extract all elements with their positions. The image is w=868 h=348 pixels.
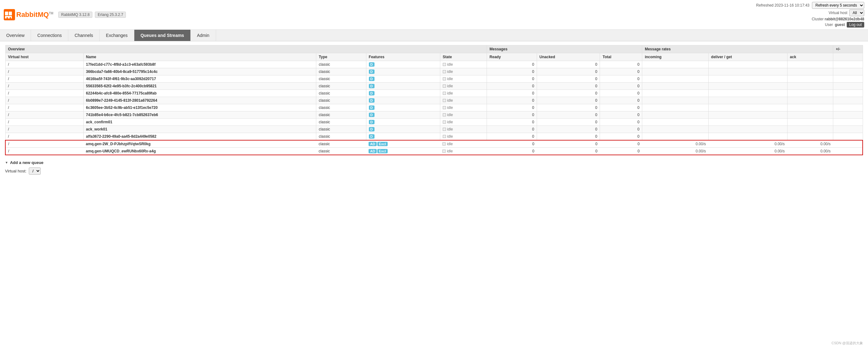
cell-name[interactable]: 6b0899e7-2249-4145-813f-2801a6792264: [83, 97, 316, 104]
cell-incoming: [642, 68, 709, 75]
erlang-version-badge: Erlang 25.3.2.7: [95, 11, 126, 18]
logo-tm: TM: [49, 11, 53, 15]
cell-type: classic: [316, 112, 366, 119]
col-spacer: [833, 53, 863, 61]
cell-features: D: [366, 90, 440, 97]
cell-vhost: /: [5, 97, 83, 104]
cell-incoming: [642, 119, 709, 126]
cell-name[interactable]: 55633565-62f2-4e95-b3fc-2c400cb95821: [83, 83, 316, 90]
cell-spacer: [833, 126, 863, 133]
cell-name[interactable]: 6c3605ee-3b52-4c9b-ab51-e13f1ec5e720: [83, 104, 316, 112]
table-row[interactable]: / 55633565-62f2-4e95-b3fc-2c400cb95821 c…: [5, 83, 863, 90]
cell-spacer: [833, 148, 863, 155]
col-type: Type: [316, 53, 366, 61]
tab-channels[interactable]: Channels: [68, 30, 100, 41]
cell-name[interactable]: 62244b4c-afc8-480e-8554-77175ca89fab: [83, 90, 316, 97]
cell-name[interactable]: ack_confirm01: [83, 119, 316, 126]
table-row[interactable]: / 366bcda7-fa66-40b4-8ca9-517795c14c4c c…: [5, 68, 863, 75]
cell-unacked: 0: [537, 119, 600, 126]
cell-ack: [787, 133, 833, 140]
state-idle: idle: [442, 142, 484, 146]
table-row[interactable]: / affa3672-2290-49a0-aa45-8d2a449e0582 c…: [5, 133, 863, 140]
message-rates-group-header: Message rates: [642, 45, 833, 53]
table-row[interactable]: / ack_confirm01 classic D idle 0 0 0: [5, 119, 863, 126]
tab-overview[interactable]: Overview: [0, 30, 31, 41]
state-idle: idle: [443, 84, 484, 88]
cell-name[interactable]: 741b85e4-b6ce-4fc5-b821-7cb852637eb6: [83, 112, 316, 119]
state-idle: idle: [443, 69, 484, 74]
cell-name[interactable]: 17fed1dd-c77c-4f8d-a1c3-e63afc593b8f: [83, 61, 316, 68]
plus-minus-header[interactable]: +/-: [833, 45, 863, 53]
cluster-row: Cluster rabbit@882610e2db48: [812, 17, 864, 21]
cell-deliver-get: 0.00/s: [708, 148, 787, 155]
cell-name[interactable]: amq.gen-UMUQCD_ewRUNbx60Rx-a4g: [83, 148, 316, 155]
cell-name[interactable]: 366bcda7-fa66-40b4-8ca9-517795c14c4c: [83, 68, 316, 75]
cell-unacked: 0: [537, 97, 600, 104]
table-row[interactable]: / amq.gen-UMUQCD_ewRUNbx60Rx-a4g classic…: [5, 148, 863, 155]
cell-type: classic: [316, 90, 366, 97]
add-queue-toggle[interactable]: ▼ Add a new queue: [5, 160, 863, 165]
cell-type: classic: [316, 148, 366, 155]
cell-state: idle: [440, 112, 487, 119]
cell-features: D: [366, 75, 440, 83]
state-dot-icon: [443, 99, 446, 102]
cell-vhost: /: [5, 61, 83, 68]
cell-ack: [787, 75, 833, 83]
col-deliver-get: deliver / get: [708, 53, 787, 61]
cell-total: 0: [600, 83, 642, 90]
cell-name[interactable]: 4616ba5f-743f-4f61-9b3c-aa3092d20717: [83, 75, 316, 83]
table-row[interactable]: / 6b0899e7-2249-4145-813f-2801a6792264 c…: [5, 97, 863, 104]
tab-exchanges[interactable]: Exchanges: [100, 30, 134, 41]
table-row[interactable]: / amq.gen-2W_D-PJbhzpIfVqtwSR0kg classic…: [5, 140, 863, 148]
refresh-row: Refreshed 2023-11-16 10:17:43 Refresh ev…: [756, 2, 864, 9]
cell-vhost: /: [5, 126, 83, 133]
cell-vhost: /: [5, 112, 83, 119]
refreshed-label: Refreshed 2023-11-16 10:17:43: [756, 3, 809, 7]
tab-connections[interactable]: Connections: [31, 30, 68, 41]
state-dot-icon: [442, 143, 445, 146]
cell-unacked: 0: [537, 68, 600, 75]
vhost-select[interactable]: All: [849, 9, 864, 16]
col-unacked: Unacked: [537, 53, 600, 61]
table-row[interactable]: / 741b85e4-b6ce-4fc5-b821-7cb852637eb6 c…: [5, 112, 863, 119]
col-ack: ack: [787, 53, 833, 61]
cell-incoming: [642, 97, 709, 104]
cell-name[interactable]: ack_work01: [83, 126, 316, 133]
state-idle: idle: [442, 149, 484, 153]
table-row[interactable]: / 62244b4c-afc8-480e-8554-77175ca89fab c…: [5, 90, 863, 97]
refresh-select[interactable]: Refresh every 5 seconds: [812, 2, 864, 9]
feature-badge-d: D: [369, 62, 374, 67]
cell-name[interactable]: affa3672-2290-49a0-aa45-8d2a449e0582: [83, 133, 316, 140]
cell-name[interactable]: amq.gen-2W_D-PJbhzpIfVqtwSR0kg: [83, 140, 316, 148]
table-row[interactable]: / ack_work01 classic D idle 0 0 0: [5, 126, 863, 133]
cell-spacer: [833, 140, 863, 148]
table-row[interactable]: / 6c3605ee-3b52-4c9b-ab51-e13f1ec5e720 c…: [5, 104, 863, 112]
cell-ready: 0: [487, 148, 537, 155]
table-row[interactable]: / 4616ba5f-743f-4f61-9b3c-aa3092d20717 c…: [5, 75, 863, 83]
state-dot-icon: [443, 70, 446, 73]
cell-incoming: [642, 112, 709, 119]
cell-state: idle: [440, 148, 487, 155]
cell-incoming: [642, 75, 709, 83]
cell-unacked: 0: [537, 148, 600, 155]
cell-unacked: 0: [537, 61, 600, 68]
vhost-form-select[interactable]: /: [29, 167, 41, 175]
main-content: Overview Messages Message rates +/- Virt…: [0, 41, 868, 179]
logout-button[interactable]: Log out: [847, 22, 864, 28]
table-row[interactable]: / 17fed1dd-c77c-4f8d-a1c3-e63afc593b8f c…: [5, 61, 863, 68]
logo-mq: MQ: [38, 11, 49, 19]
tab-queues[interactable]: Queues and Streams: [134, 30, 191, 41]
feature-badge-d: D: [369, 127, 374, 131]
cell-deliver-get: [708, 133, 787, 140]
state-dot-icon: [443, 106, 446, 109]
cell-ack: [787, 126, 833, 133]
cell-incoming: [642, 61, 709, 68]
vhost-form-row: Virtual host: /: [5, 167, 863, 175]
cell-total: 0: [600, 112, 642, 119]
cell-spacer: [833, 90, 863, 97]
cell-features: ADExcl: [366, 148, 440, 155]
feature-badge-d: D: [369, 105, 374, 110]
tab-admin[interactable]: Admin: [191, 30, 216, 41]
state-idle: idle: [443, 62, 484, 67]
state-idle: idle: [443, 120, 484, 124]
